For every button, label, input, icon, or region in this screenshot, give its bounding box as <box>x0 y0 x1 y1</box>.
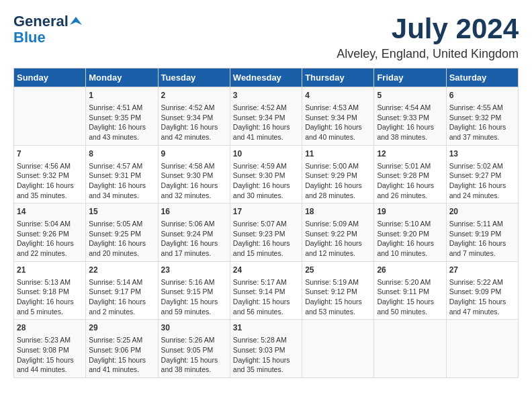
day-info: Sunrise: 4:54 AM Sunset: 9:33 PM Dayligh… <box>377 103 443 142</box>
calendar-table: SundayMondayTuesdayWednesdayThursdayFrid… <box>13 68 519 378</box>
header-section: General Blue July 2024 Alveley, England,… <box>13 13 519 61</box>
day-number: 26 <box>377 265 443 276</box>
title-section: July 2024 Alveley, England, United Kingd… <box>337 13 519 61</box>
month-year: July 2024 <box>337 13 519 44</box>
day-info: Sunrise: 5:23 AM Sunset: 9:08 PM Dayligh… <box>17 335 83 375</box>
calendar-cell: 17Sunrise: 5:07 AM Sunset: 9:23 PM Dayli… <box>230 203 302 262</box>
calendar-cell: 4Sunrise: 4:53 AM Sunset: 9:34 PM Daylig… <box>302 87 374 146</box>
day-number: 27 <box>449 265 515 276</box>
week-row-5: 28Sunrise: 5:23 AM Sunset: 9:08 PM Dayli… <box>14 320 519 378</box>
day-info: Sunrise: 5:14 AM Sunset: 9:17 PM Dayligh… <box>89 277 154 317</box>
calendar-cell: 18Sunrise: 5:09 AM Sunset: 9:22 PM Dayli… <box>302 203 374 262</box>
day-number: 23 <box>161 265 227 276</box>
logo-bird-icon <box>70 15 82 28</box>
calendar-cell: 12Sunrise: 5:01 AM Sunset: 9:28 PM Dayli… <box>374 145 446 203</box>
day-number: 11 <box>305 148 371 160</box>
day-info: Sunrise: 5:06 AM Sunset: 9:24 PM Dayligh… <box>161 219 227 259</box>
day-number: 19 <box>377 206 443 218</box>
day-info: Sunrise: 5:11 AM Sunset: 9:19 PM Dayligh… <box>449 219 515 259</box>
logo-blue: Blue <box>13 30 46 46</box>
day-number: 18 <box>305 206 371 218</box>
day-info: Sunrise: 5:19 AM Sunset: 9:12 PM Dayligh… <box>305 277 371 317</box>
day-info: Sunrise: 5:05 AM Sunset: 9:25 PM Dayligh… <box>89 219 154 259</box>
location: Alveley, England, United Kingdom <box>337 47 519 61</box>
day-info: Sunrise: 4:55 AM Sunset: 9:32 PM Dayligh… <box>449 103 515 142</box>
calendar-cell: 3Sunrise: 4:52 AM Sunset: 9:34 PM Daylig… <box>230 87 302 146</box>
calendar-cell: 28Sunrise: 5:23 AM Sunset: 9:08 PM Dayli… <box>14 320 86 378</box>
day-info: Sunrise: 5:01 AM Sunset: 9:28 PM Dayligh… <box>377 161 443 201</box>
calendar-cell: 29Sunrise: 5:25 AM Sunset: 9:06 PM Dayli… <box>86 320 158 378</box>
calendar-cell: 23Sunrise: 5:16 AM Sunset: 9:15 PM Dayli… <box>158 261 230 320</box>
calendar-cell: 6Sunrise: 4:55 AM Sunset: 9:32 PM Daylig… <box>446 87 518 146</box>
calendar-cell: 21Sunrise: 5:13 AM Sunset: 9:18 PM Dayli… <box>14 261 86 320</box>
day-number: 14 <box>17 206 83 218</box>
day-info: Sunrise: 5:20 AM Sunset: 9:11 PM Dayligh… <box>377 277 443 317</box>
day-info: Sunrise: 4:52 AM Sunset: 9:34 PM Dayligh… <box>233 103 299 142</box>
weekday-header-friday: Friday <box>374 68 446 87</box>
calendar-cell: 1Sunrise: 4:51 AM Sunset: 9:35 PM Daylig… <box>86 87 158 146</box>
day-number: 10 <box>233 148 299 160</box>
day-info: Sunrise: 5:26 AM Sunset: 9:05 PM Dayligh… <box>161 335 227 375</box>
calendar-cell: 30Sunrise: 5:26 AM Sunset: 9:05 PM Dayli… <box>158 320 230 378</box>
day-number: 6 <box>449 90 515 101</box>
calendar-cell: 26Sunrise: 5:20 AM Sunset: 9:11 PM Dayli… <box>374 261 446 320</box>
calendar-cell: 22Sunrise: 5:14 AM Sunset: 9:17 PM Dayli… <box>86 261 158 320</box>
day-number: 22 <box>89 265 154 276</box>
day-info: Sunrise: 4:58 AM Sunset: 9:30 PM Dayligh… <box>161 161 227 201</box>
week-row-4: 21Sunrise: 5:13 AM Sunset: 9:18 PM Dayli… <box>14 261 519 320</box>
calendar-cell: 19Sunrise: 5:10 AM Sunset: 9:20 PM Dayli… <box>374 203 446 262</box>
day-number: 29 <box>89 322 154 334</box>
calendar-cell: 25Sunrise: 5:19 AM Sunset: 9:12 PM Dayli… <box>302 261 374 320</box>
week-row-2: 7Sunrise: 4:56 AM Sunset: 9:32 PM Daylig… <box>14 145 519 203</box>
day-number: 9 <box>161 148 227 160</box>
day-number: 15 <box>89 206 154 218</box>
day-number: 2 <box>161 90 227 101</box>
day-info: Sunrise: 4:56 AM Sunset: 9:32 PM Dayligh… <box>17 161 83 201</box>
day-info: Sunrise: 5:25 AM Sunset: 9:06 PM Dayligh… <box>89 335 154 375</box>
weekday-header-sunday: Sunday <box>14 68 86 87</box>
day-number: 25 <box>305 265 371 276</box>
day-info: Sunrise: 4:52 AM Sunset: 9:34 PM Dayligh… <box>161 103 227 142</box>
week-row-3: 14Sunrise: 5:04 AM Sunset: 9:26 PM Dayli… <box>14 203 519 262</box>
weekday-header-saturday: Saturday <box>446 68 518 87</box>
calendar-cell: 13Sunrise: 5:02 AM Sunset: 9:27 PM Dayli… <box>446 145 518 203</box>
calendar-cell: 10Sunrise: 4:59 AM Sunset: 9:30 PM Dayli… <box>230 145 302 203</box>
calendar-cell <box>374 320 446 378</box>
calendar-cell <box>446 320 518 378</box>
day-info: Sunrise: 5:13 AM Sunset: 9:18 PM Dayligh… <box>17 277 83 317</box>
day-info: Sunrise: 5:09 AM Sunset: 9:22 PM Dayligh… <box>305 219 371 259</box>
day-number: 24 <box>233 265 299 276</box>
weekday-header-wednesday: Wednesday <box>230 68 302 87</box>
day-info: Sunrise: 5:17 AM Sunset: 9:14 PM Dayligh… <box>233 277 299 317</box>
day-info: Sunrise: 4:53 AM Sunset: 9:34 PM Dayligh… <box>305 103 371 142</box>
day-info: Sunrise: 4:59 AM Sunset: 9:30 PM Dayligh… <box>233 161 299 201</box>
day-number: 1 <box>89 90 154 101</box>
day-number: 31 <box>233 322 299 334</box>
day-number: 8 <box>89 148 154 160</box>
day-number: 20 <box>449 206 515 218</box>
day-info: Sunrise: 4:51 AM Sunset: 9:35 PM Dayligh… <box>89 103 154 142</box>
day-info: Sunrise: 5:02 AM Sunset: 9:27 PM Dayligh… <box>449 161 515 201</box>
day-number: 17 <box>233 206 299 218</box>
day-info: Sunrise: 5:16 AM Sunset: 9:15 PM Dayligh… <box>161 277 227 317</box>
week-row-1: 1Sunrise: 4:51 AM Sunset: 9:35 PM Daylig… <box>14 87 519 146</box>
day-info: Sunrise: 5:10 AM Sunset: 9:20 PM Dayligh… <box>377 219 443 259</box>
logo: General Blue <box>13 13 82 46</box>
day-number: 13 <box>449 148 515 160</box>
day-number: 7 <box>17 148 83 160</box>
calendar-cell: 11Sunrise: 5:00 AM Sunset: 9:29 PM Dayli… <box>302 145 374 203</box>
day-number: 28 <box>17 322 83 334</box>
day-number: 30 <box>161 322 227 334</box>
calendar-cell: 31Sunrise: 5:28 AM Sunset: 9:03 PM Dayli… <box>230 320 302 378</box>
weekday-header-thursday: Thursday <box>302 68 374 87</box>
calendar-cell: 15Sunrise: 5:05 AM Sunset: 9:25 PM Dayli… <box>86 203 158 262</box>
weekday-header-row: SundayMondayTuesdayWednesdayThursdayFrid… <box>14 68 519 87</box>
calendar-cell <box>14 87 86 146</box>
day-number: 12 <box>377 148 443 160</box>
day-info: Sunrise: 4:57 AM Sunset: 9:31 PM Dayligh… <box>89 161 154 201</box>
svg-marker-0 <box>70 17 82 25</box>
day-info: Sunrise: 5:07 AM Sunset: 9:23 PM Dayligh… <box>233 219 299 259</box>
calendar-cell <box>302 320 374 378</box>
day-info: Sunrise: 5:28 AM Sunset: 9:03 PM Dayligh… <box>233 335 299 375</box>
day-number: 16 <box>161 206 227 218</box>
